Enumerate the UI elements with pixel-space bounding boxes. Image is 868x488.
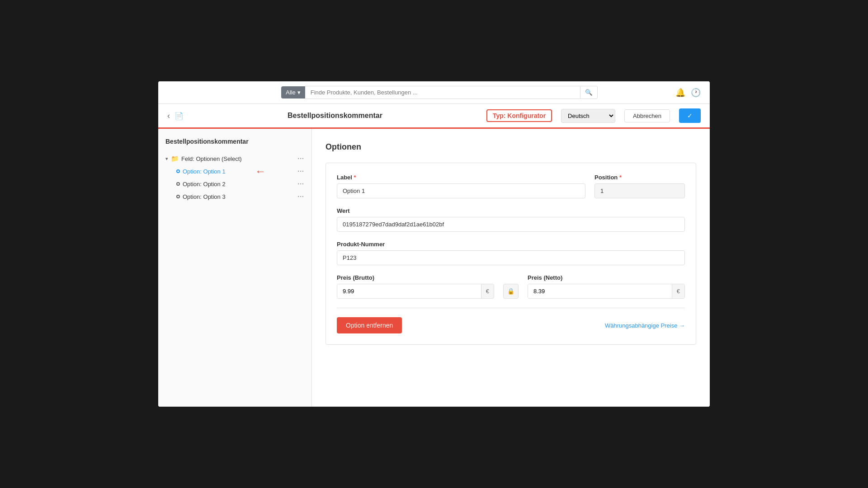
form-card: Label * Position * [326, 163, 696, 345]
preis-netto-currency-group: € [528, 284, 685, 299]
form-row-4: Preis (Brutto) € 🔒 Preis (Netto) € [337, 274, 685, 299]
preis-netto-input[interactable] [528, 284, 672, 298]
preis-netto-label: Preis (Netto) [528, 274, 685, 281]
produkt-nummer-field-group: Produkt-Nummer [337, 241, 685, 265]
brutto-currency-symbol: € [481, 284, 494, 298]
search-dropdown-label: Alle [286, 89, 296, 96]
currency-link[interactable]: Währungsabhängige Preise → [605, 322, 685, 329]
preis-brutto-label: Preis (Brutto) [337, 274, 494, 281]
search-dropdown-arrow: ▾ [297, 89, 301, 96]
clock-icon[interactable]: 🕐 [691, 88, 701, 98]
produkt-nummer-label: Produkt-Nummer [337, 241, 685, 248]
tree-child-more-3[interactable]: ··· [297, 193, 304, 200]
form-row-3: Produkt-Nummer [337, 241, 685, 265]
document-button[interactable]: 📄 [175, 112, 184, 120]
produkt-nummer-input[interactable] [337, 250, 685, 265]
type-badge: Typ: Konfigurator [486, 109, 552, 122]
label-field-group: Label * [337, 174, 585, 198]
content-area: Optionen Label * Position * [312, 129, 710, 407]
tree-toggle-icon: ▾ [165, 156, 168, 162]
tree-child-label-1: Option: Option 1 [183, 168, 295, 175]
header-nav: ‹ 📄 [167, 111, 184, 121]
tree-child-item-3[interactable]: Option: Option 3 ··· [169, 190, 311, 203]
back-button[interactable]: ‹ [167, 111, 170, 121]
form-footer: Option entfernen Währungsabhängige Preis… [337, 317, 685, 333]
search-icon: 🔍 [585, 89, 593, 96]
position-input[interactable] [594, 183, 685, 198]
preis-brutto-field-group: Preis (Brutto) € [337, 274, 494, 299]
tree-child-item-1[interactable]: Option: Option 1 ← ··· [169, 165, 311, 178]
form-row-1: Label * Position * [337, 174, 685, 198]
position-field-label: Position * [594, 174, 685, 181]
tree-child-item-2[interactable]: Option: Option 2 ··· [169, 178, 311, 190]
tree-child-label-3: Option: Option 3 [183, 193, 295, 200]
sidebar-title: Bestellpositionskommentar [158, 138, 311, 152]
label-input[interactable] [337, 183, 585, 198]
preis-brutto-currency-group: € [337, 284, 494, 299]
top-bar: Alle ▾ 🔍 🔔 🕐 [158, 81, 710, 104]
divider [337, 308, 685, 308]
tree-parent-item[interactable]: ▾ 📁 Feld: Optionen (Select) ··· [158, 152, 311, 165]
tree-child-more-1[interactable]: ··· [297, 168, 304, 175]
wert-input[interactable] [337, 217, 685, 232]
tree-child-more-2[interactable]: ··· [297, 180, 304, 188]
tree-dot-icon-2 [176, 182, 180, 186]
page-title: Bestellpositionskommentar [193, 112, 477, 120]
save-button[interactable]: ✓ [679, 108, 701, 123]
section-title: Optionen [326, 142, 696, 152]
back-icon: ‹ [167, 111, 170, 120]
top-icons: 🔔 🕐 [675, 88, 701, 98]
bell-icon[interactable]: 🔔 [675, 88, 685, 98]
wert-field-label: Wert [337, 207, 685, 214]
search-area: Alle ▾ 🔍 [281, 86, 598, 99]
tree-children: Option: Option 1 ← ··· Option: Option 2 … [169, 165, 311, 203]
language-select[interactable]: Deutsch [561, 109, 615, 123]
position-field-group: Position * [594, 174, 685, 198]
wert-field-group: Wert [337, 207, 685, 232]
search-dropdown[interactable]: Alle ▾ [281, 86, 305, 99]
tree-child-label-2: Option: Option 2 [183, 181, 295, 188]
search-button[interactable]: 🔍 [580, 86, 598, 99]
search-input[interactable] [305, 86, 580, 99]
document-icon: 📄 [175, 112, 184, 120]
label-required: * [354, 174, 356, 181]
tree-dot-icon-1 [176, 169, 180, 173]
tree-parent-more[interactable]: ··· [297, 155, 304, 162]
sidebar: Bestellpositionskommentar ▾ 📁 Feld: Opti… [158, 129, 312, 407]
form-row-2: Wert [337, 207, 685, 232]
tree-dot-icon-3 [176, 195, 180, 198]
preis-netto-field-group: Preis (Netto) € [528, 274, 685, 299]
main-layout: Bestellpositionskommentar ▾ 📁 Feld: Opti… [158, 129, 710, 407]
position-required: * [619, 174, 622, 181]
preis-brutto-input[interactable] [337, 284, 481, 298]
remove-option-button[interactable]: Option entfernen [337, 317, 402, 333]
save-icon: ✓ [687, 112, 693, 119]
tree-folder-icon: 📁 [171, 155, 179, 162]
label-field-label: Label * [337, 174, 585, 181]
tree-parent-label: Feld: Optionen (Select) [181, 155, 295, 162]
cancel-button[interactable]: Abbrechen [624, 109, 670, 122]
lock-icon: 🔒 [503, 284, 519, 299]
header-bar: ‹ 📄 Bestellpositionskommentar Typ: Konfi… [158, 104, 710, 129]
netto-currency-symbol: € [672, 284, 684, 298]
